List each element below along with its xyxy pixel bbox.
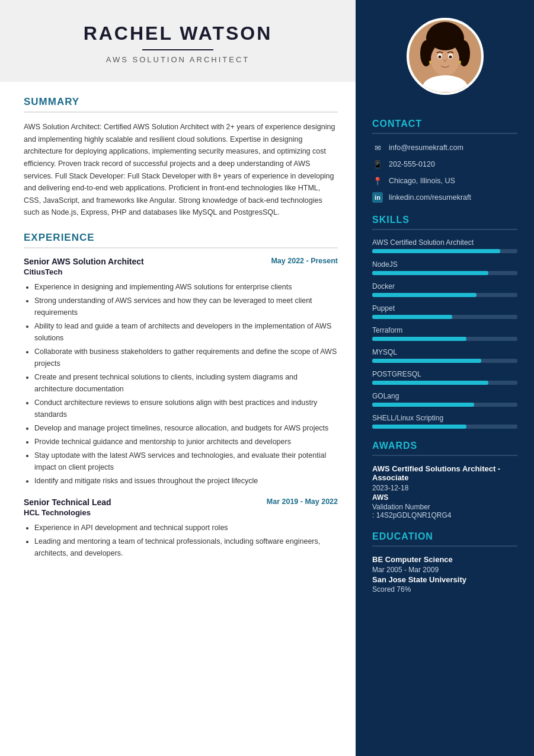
skill-bar-background xyxy=(372,359,517,363)
left-column: RACHEL WATSON AWS SOLUTION ARCHITECT SUM… xyxy=(0,0,356,756)
list-item: Ability to lead and guide a team of arch… xyxy=(34,320,338,344)
skill-name: NodeJS xyxy=(372,260,517,269)
svg-point-13 xyxy=(458,60,461,64)
contact-title: CONTACT xyxy=(372,119,517,129)
contact-phone: 📱 202-555-0120 xyxy=(372,159,517,170)
skill-item: Terraform xyxy=(372,326,517,341)
list-item: Experience in API development and techni… xyxy=(34,522,338,534)
phone-icon: 📱 xyxy=(372,159,383,170)
skill-name: MYSQL xyxy=(372,348,517,356)
skill-bar-background xyxy=(372,337,517,341)
skill-bar-fill xyxy=(372,359,481,363)
skills-underline xyxy=(372,229,517,230)
skill-bar-background xyxy=(372,403,517,407)
header-section: RACHEL WATSON AWS SOLUTION ARCHITECT xyxy=(0,0,356,82)
contact-linkedin-text: linkedin.com/resumekraft xyxy=(389,193,471,202)
svg-point-14 xyxy=(429,24,462,50)
skill-name: Puppet xyxy=(372,304,517,312)
skill-bar-background xyxy=(372,249,517,253)
award-cert-title: AWS Certified Solutions Architect - Asso… xyxy=(372,464,517,482)
contact-location-text: Chicago, Illinois, US xyxy=(389,177,455,185)
contact-location: 📍 Chicago, Illinois, US xyxy=(372,176,517,186)
skill-item: Docker xyxy=(372,282,517,297)
skill-bar-background xyxy=(372,293,517,297)
skill-item: SHELL/Linux Scripting xyxy=(372,414,517,429)
skill-item: MYSQL xyxy=(372,348,517,363)
skill-bar-fill xyxy=(372,425,466,429)
award-validation-label: Validation Number xyxy=(372,503,517,511)
skills-title: SKILLS xyxy=(372,215,517,225)
job-2: Senior Technical Lead Mar 2019 - May 202… xyxy=(24,497,338,559)
skills-list: AWS Certified Solution Architect NodeJS … xyxy=(372,238,517,429)
linkedin-icon: in xyxy=(372,192,383,203)
job-1-dates: May 2022 - Present xyxy=(271,257,338,265)
skill-bar-background xyxy=(372,271,517,275)
summary-underline xyxy=(24,111,338,113)
contact-email-text: info@resumekraft.com xyxy=(389,143,463,152)
skill-item: GOLang xyxy=(372,392,517,407)
list-item: Provide technical guidance and mentorshi… xyxy=(34,436,338,448)
skill-name: GOLang xyxy=(372,392,517,400)
experience-title: EXPERIENCE xyxy=(24,232,338,244)
right-content: CONTACT ✉ info@resumekraft.com 📱 202-555… xyxy=(356,107,534,610)
job-1-title: Senior AWS Solution Architect xyxy=(24,257,144,266)
skill-bar-fill xyxy=(372,403,474,407)
list-item: Create and present technical solutions t… xyxy=(34,371,338,395)
skill-bar-background xyxy=(372,425,517,429)
education-title: EDUCATION xyxy=(372,531,517,542)
skill-bar-fill xyxy=(372,271,488,275)
award-issuer: AWS xyxy=(372,493,517,502)
svg-point-9 xyxy=(438,56,441,59)
location-icon: 📍 xyxy=(372,176,383,186)
skill-item: AWS Certified Solution Architect xyxy=(372,238,517,253)
summary-section: SUMMARY AWS Solution Architect: Certifie… xyxy=(24,96,338,219)
job-1-header: Senior AWS Solution Architect May 2022 -… xyxy=(24,257,338,266)
job-2-header: Senior Technical Lead Mar 2019 - May 202… xyxy=(24,497,338,507)
contact-phone-text: 202-555-0120 xyxy=(389,160,435,168)
contact-linkedin: in linkedin.com/resumekraft xyxy=(372,192,517,203)
list-item: Collaborate with business stakeholders t… xyxy=(34,346,338,369)
list-item: Strong understanding of AWS services and… xyxy=(34,295,338,318)
skill-bar-background xyxy=(372,315,517,319)
list-item: Conduct architecture reviews to ensure s… xyxy=(34,397,338,420)
skill-bar-fill xyxy=(372,381,488,385)
job-2-company: HCL Technologies xyxy=(24,508,338,517)
job-1-bullets: Experience in designing and implementing… xyxy=(24,281,338,487)
candidate-title: AWS SOLUTION ARCHITECT xyxy=(12,55,344,64)
skill-item: Puppet xyxy=(372,304,517,319)
summary-title: SUMMARY xyxy=(24,96,338,108)
skill-item: POSTGRESQL xyxy=(372,370,517,385)
avatar-section xyxy=(407,0,484,107)
skill-name: SHELL/Linux Scripting xyxy=(372,414,517,422)
skill-item: NodeJS xyxy=(372,260,517,275)
skill-bar-background xyxy=(372,381,517,385)
job-1-company: CitiusTech xyxy=(24,267,338,276)
education-underline xyxy=(372,546,517,547)
list-item: Develop and manage project timelines, re… xyxy=(34,422,338,434)
header-divider xyxy=(142,49,213,50)
edu-school: San Jose State University xyxy=(372,575,517,584)
job-2-bullets: Experience in API development and techni… xyxy=(24,522,338,559)
edu-degree: BE Computer Science xyxy=(372,555,517,564)
skill-name: Terraform xyxy=(372,326,517,334)
left-content: SUMMARY AWS Solution Architect: Certifie… xyxy=(0,96,356,590)
awards-title: AWARDS xyxy=(372,441,517,451)
edu-dates: Mar 2005 - Mar 2009 xyxy=(372,566,517,574)
experience-underline xyxy=(24,247,338,248)
skill-name: Docker xyxy=(372,282,517,291)
skill-bar-fill xyxy=(372,315,452,319)
candidate-name: RACHEL WATSON xyxy=(12,23,344,44)
contact-underline xyxy=(372,133,517,134)
list-item: Leading and mentoring a team of technica… xyxy=(34,535,338,559)
skill-name: POSTGRESQL xyxy=(372,370,517,378)
svg-point-12 xyxy=(429,60,433,64)
awards-underline xyxy=(372,455,517,456)
job-2-title: Senior Technical Lead xyxy=(24,497,111,507)
contact-email: ✉ info@resumekraft.com xyxy=(372,142,517,153)
skill-bar-fill xyxy=(372,249,500,253)
avatar-image xyxy=(410,21,481,92)
list-item: Experience in designing and implementing… xyxy=(34,281,338,293)
avatar xyxy=(407,18,484,95)
email-icon: ✉ xyxy=(372,142,383,153)
experience-section: EXPERIENCE Senior AWS Solution Architect… xyxy=(24,232,338,559)
